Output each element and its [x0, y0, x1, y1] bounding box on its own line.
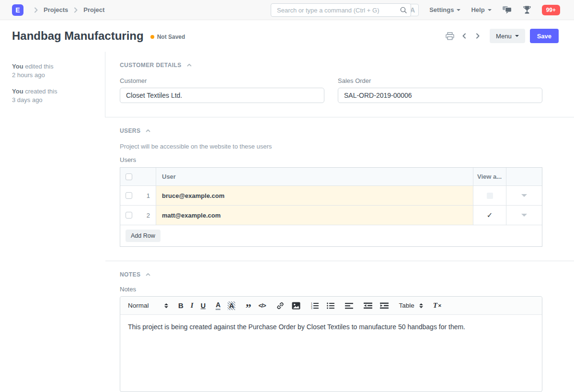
chevron-right-icon — [32, 6, 40, 14]
customer-details-fields: Customer Sales Order — [120, 77, 542, 103]
prev-record-button[interactable] — [460, 32, 469, 40]
remove-format-button[interactable]: T✕ — [433, 301, 442, 310]
chat-icon[interactable] — [502, 5, 512, 14]
bullet-list-icon — [326, 302, 335, 310]
navbar-right: A Settings Help — [406, 4, 560, 16]
section-users-header[interactable]: Users — [120, 127, 542, 134]
help-menu[interactable]: Help — [471, 6, 491, 13]
field-sales-order: Sales Order — [338, 77, 542, 103]
highlight-color-button[interactable]: A — [228, 301, 235, 310]
section-title: Notes — [120, 271, 140, 278]
users-grid-footer: Add Row — [120, 225, 542, 246]
row-index: 1 — [147, 192, 156, 199]
underline-button[interactable]: U — [201, 302, 206, 310]
users-help-text: Project will be accessible on the websit… — [120, 143, 542, 150]
bold-button[interactable]: B — [178, 301, 184, 310]
row-checkbox[interactable] — [126, 212, 132, 219]
italic-button[interactable]: I — [191, 301, 194, 310]
trophy-icon[interactable] — [523, 5, 531, 14]
global-search — [271, 3, 411, 17]
breadcrumb-project[interactable]: Project — [83, 6, 104, 13]
chevron-left-icon — [461, 33, 468, 39]
edit-log-action: created this — [23, 88, 57, 95]
notes-content[interactable]: This project is being created against th… — [120, 315, 542, 392]
code-button[interactable]: </> — [258, 302, 265, 309]
insert-group — [276, 301, 300, 310]
select-all-checkbox[interactable] — [126, 173, 132, 180]
table-row[interactable]: 1 bruce@example.com — [120, 186, 542, 206]
form-layout: Customer Details Customer Sales Order — [105, 52, 574, 392]
list-group: 123 — [310, 302, 335, 310]
edit-log-time: 2 hours ago — [12, 71, 98, 80]
align-button[interactable] — [345, 302, 354, 309]
settings-label: Settings — [429, 6, 454, 13]
remove-format-x-icon: ✕ — [438, 303, 442, 308]
user-email-cell[interactable]: matt@example.com — [156, 206, 473, 225]
svg-text:3: 3 — [311, 307, 312, 310]
table-dropdown[interactable]: Table — [399, 302, 423, 309]
settings-menu[interactable]: Settings — [429, 6, 460, 13]
save-button[interactable]: Save — [530, 29, 559, 43]
view-attachments-checkmark-icon[interactable]: ✓ — [487, 211, 493, 219]
chevron-up-icon — [186, 62, 192, 68]
field-customer: Customer — [120, 77, 324, 103]
outdent-button[interactable] — [364, 302, 373, 309]
format-group: B I U — [178, 301, 206, 310]
link-button[interactable] — [276, 301, 285, 310]
customer-field-label: Customer — [120, 77, 324, 84]
row-index: 2 — [147, 212, 156, 219]
notifications-badge[interactable]: 99+ — [542, 5, 560, 15]
help-label: Help — [471, 6, 484, 13]
notes-field-label: Notes — [120, 286, 542, 293]
bullet-list-button[interactable] — [326, 302, 335, 310]
ordered-list-button[interactable]: 123 — [310, 302, 319, 310]
table-row[interactable]: 2 matt@example.com ✓ — [120, 206, 542, 225]
user-email-cell[interactable]: bruce@example.com — [156, 186, 473, 205]
link-icon — [276, 301, 285, 310]
edit-log-entry: You created this 3 days ago — [12, 87, 98, 104]
edit-log-action: edited this — [23, 63, 54, 70]
users-grid: User View a... 1 bruce@example.com — [120, 167, 542, 247]
paragraph-style-dropdown[interactable]: Normal — [128, 302, 168, 309]
breadcrumb-projects[interactable]: Projects — [44, 6, 68, 13]
chevron-down-icon — [515, 35, 519, 37]
image-button[interactable] — [292, 302, 300, 310]
text-color-button[interactable]: A — [216, 301, 220, 310]
app-logo[interactable]: E — [12, 4, 23, 16]
page-actions: Menu Save — [445, 29, 559, 43]
section-users: Users Project will be accessible on the … — [105, 117, 574, 261]
row-checkbox[interactable] — [126, 192, 132, 199]
outdent-icon — [364, 302, 373, 309]
sales-order-input[interactable] — [338, 88, 542, 103]
column-header-actions — [506, 168, 542, 185]
chevron-right-icon — [72, 6, 80, 14]
search-input[interactable] — [271, 3, 411, 17]
view-attachments-checkbox[interactable] — [487, 193, 493, 199]
section-customer-details: Customer Details Customer Sales Order — [105, 52, 574, 117]
remove-format-t: T — [433, 301, 437, 310]
row-dropdown-icon[interactable] — [521, 194, 527, 197]
chevron-down-icon — [457, 9, 460, 11]
section-title: Users — [120, 127, 140, 134]
app-window: E Projects Project A Settings Hel — [0, 0, 574, 392]
section-title: Customer Details — [120, 62, 182, 69]
status-indicator: Not Saved — [150, 34, 185, 40]
users-grid-header: User View a... — [120, 168, 542, 186]
column-header-view-attachments: View a... — [473, 168, 506, 185]
row-dropdown-icon[interactable] — [521, 214, 527, 217]
image-icon — [292, 302, 300, 310]
section-customer-details-header[interactable]: Customer Details — [120, 62, 542, 69]
menu-button[interactable]: Menu — [490, 29, 525, 43]
add-row-button[interactable]: Add Row — [126, 230, 161, 242]
section-notes-header[interactable]: Notes — [120, 271, 542, 278]
status-text: Not Saved — [157, 34, 185, 40]
next-record-button[interactable] — [473, 32, 482, 40]
customer-input[interactable] — [120, 88, 324, 103]
blockquote-button[interactable]: ” — [245, 306, 251, 311]
align-left-icon — [345, 302, 354, 309]
print-button[interactable] — [445, 31, 455, 41]
paragraph-style-label: Normal — [128, 302, 149, 309]
indent-button[interactable] — [380, 302, 389, 309]
notes-editor: Normal B I U A A ” — [120, 296, 542, 392]
editor-toolbar: Normal B I U A A ” — [120, 297, 542, 315]
